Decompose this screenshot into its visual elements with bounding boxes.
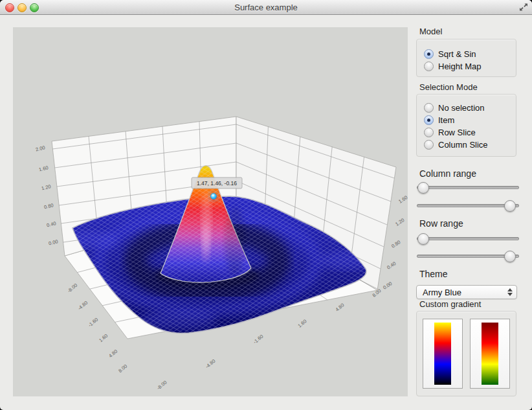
row-range-min-slider[interactable] — [417, 233, 519, 244]
slider-track[interactable] — [417, 237, 519, 240]
theme-value: Army Blue — [423, 288, 461, 297]
radio-label: Item — [438, 115, 454, 125]
combo-stepper-icon — [507, 286, 513, 299]
radio-icon — [424, 103, 434, 113]
radio-height-map[interactable]: Height Map — [424, 61, 481, 71]
row-range-max-slider[interactable] — [417, 251, 519, 261]
gradient-swatch-thermal — [482, 323, 498, 385]
slider-handle[interactable] — [504, 200, 516, 212]
radio-label: Height Map — [438, 62, 481, 71]
column-range-max-slider[interactable] — [417, 200, 519, 211]
radio-sqrt-sin[interactable]: Sqrt & Sin — [424, 49, 476, 59]
slider-track[interactable] — [417, 186, 519, 189]
selection-mode-group: No selection Item Row Slice Column Slice — [416, 94, 516, 157]
theme-combobox[interactable]: Army Blue — [416, 285, 517, 299]
radio-label: Sqrt & Sin — [438, 49, 476, 59]
radio-no-selection[interactable]: No selection — [424, 102, 485, 113]
plot-panel: 2.00 1.60 1.20 0.80 0.40 0.00 1.60 1.20 … — [13, 27, 408, 396]
radio-icon — [424, 62, 434, 71]
radio-row-slice[interactable]: Row Slice — [424, 127, 476, 137]
theme-label: Theme — [419, 269, 448, 279]
fullscreen-icon[interactable] — [518, 2, 529, 12]
radio-selected-icon — [424, 49, 434, 59]
title-bar[interactable]: Surface example — [0, 0, 532, 15]
slider-handle[interactable] — [417, 182, 429, 194]
slider-handle[interactable] — [504, 251, 516, 262]
radio-label: Column Slice — [438, 140, 488, 150]
row-range-label: Row range — [419, 218, 463, 229]
gradient-button-2[interactable] — [470, 319, 510, 389]
radio-column-slice[interactable]: Column Slice — [424, 139, 488, 150]
model-label: Model — [419, 27, 442, 36]
model-group: Sqrt & Sin Height Map — [416, 39, 516, 77]
selection-label-text: 1.47, 1.46, -0.16 — [197, 180, 237, 187]
radio-selected-icon — [424, 115, 434, 125]
selection-dot — [211, 194, 217, 199]
selection-mode-label: Selection Mode — [419, 82, 478, 92]
radio-label: No selection — [438, 103, 485, 113]
column-range-label: Column range — [419, 168, 476, 179]
gradient-swatch-heat — [434, 323, 451, 385]
column-range-min-slider[interactable] — [417, 182, 519, 192]
custom-gradient-label: Custom gradient — [419, 299, 481, 309]
app-window: Surface example — [0, 0, 532, 410]
gradient-button-1[interactable] — [423, 319, 463, 389]
radio-icon — [424, 128, 434, 137]
radio-icon — [424, 140, 434, 150]
surface-plot-3d[interactable]: 2.00 1.60 1.20 0.80 0.40 0.00 1.60 1.20 … — [13, 27, 408, 396]
window-title: Surface example — [0, 3, 532, 12]
radio-label: Row Slice — [438, 128, 476, 137]
slider-handle[interactable] — [417, 233, 429, 245]
radio-item[interactable]: Item — [424, 115, 454, 125]
